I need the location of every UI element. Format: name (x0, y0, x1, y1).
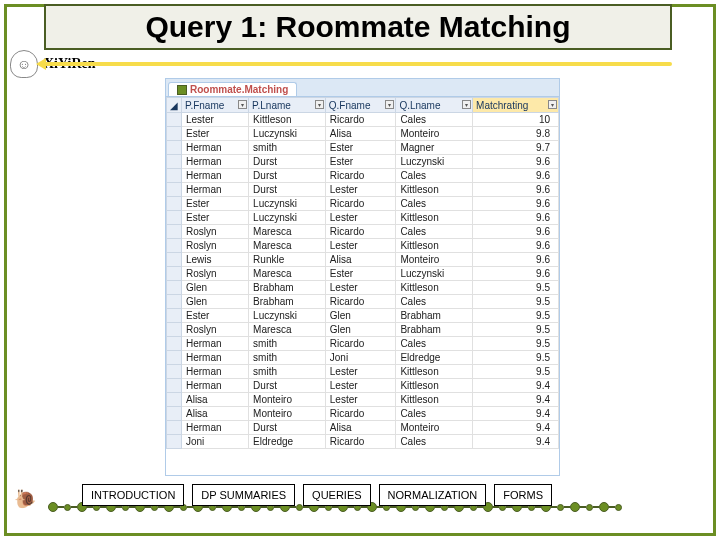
table-row[interactable]: RoslynMarescaRicardoCales9.6 (167, 225, 559, 239)
table-row[interactable]: GlenBrabhamRicardoCales9.5 (167, 295, 559, 309)
cell: Ricardo (325, 295, 396, 309)
row-header[interactable] (167, 435, 182, 449)
table-row[interactable]: HermansmithRicardoCales9.5 (167, 337, 559, 351)
table-row[interactable]: HermanDurstRicardoCales9.6 (167, 169, 559, 183)
table-row[interactable]: LewisRunkleAlisaMonteiro9.6 (167, 253, 559, 267)
row-header[interactable] (167, 379, 182, 393)
row-header[interactable] (167, 407, 182, 421)
table-row[interactable]: RoslynMarescaLesterKittleson9.6 (167, 239, 559, 253)
cell: 9.4 (473, 393, 559, 407)
select-all-cell[interactable]: ◢ (167, 98, 182, 113)
cell: 9.5 (473, 281, 559, 295)
table-row[interactable]: RoslynMarescaEsterLuczynski9.6 (167, 267, 559, 281)
table-row[interactable]: HermansmithLesterKittleson9.5 (167, 365, 559, 379)
col-qlname[interactable]: Q.Lname▾ (396, 98, 473, 113)
dropdown-icon[interactable]: ▾ (462, 100, 471, 109)
col-plname[interactable]: P.Lname▾ (249, 98, 326, 113)
table-row[interactable]: HermansmithJoniEldredge9.5 (167, 351, 559, 365)
nav-forms[interactable]: FORMS (494, 484, 552, 506)
table-row[interactable]: LesterKittlesonRicardoCales10 (167, 113, 559, 127)
table-row[interactable]: EsterLuczynskiGlenBrabham9.5 (167, 309, 559, 323)
row-header[interactable] (167, 169, 182, 183)
cell: Monteiro (396, 421, 473, 435)
table-row[interactable]: EsterLuczynskiRicardoCales9.6 (167, 197, 559, 211)
row-header[interactable] (167, 337, 182, 351)
row-header[interactable] (167, 351, 182, 365)
row-header[interactable] (167, 183, 182, 197)
col-pfname[interactable]: P.Fname▾ (182, 98, 249, 113)
row-header[interactable] (167, 365, 182, 379)
table-row[interactable]: EsterLuczynskiAlisaMonteiro9.8 (167, 127, 559, 141)
dropdown-icon[interactable]: ▾ (315, 100, 324, 109)
table-row[interactable]: EsterLuczynskiLesterKittleson9.6 (167, 211, 559, 225)
nav-introduction[interactable]: INTRODUCTION (82, 484, 184, 506)
row-header[interactable] (167, 253, 182, 267)
cell: Brabham (396, 323, 473, 337)
tab-roommate-matching[interactable]: Roommate.Matching (168, 82, 297, 96)
cell: Ricardo (325, 225, 396, 239)
dropdown-icon[interactable]: ▾ (548, 100, 557, 109)
row-header[interactable] (167, 421, 182, 435)
row-header[interactable] (167, 127, 182, 141)
table-row[interactable]: HermanDurstEsterLuczynski9.6 (167, 155, 559, 169)
dropdown-icon[interactable]: ▾ (385, 100, 394, 109)
row-header[interactable] (167, 267, 182, 281)
row-header[interactable] (167, 393, 182, 407)
table-row[interactable]: HermansmithEsterMagner9.7 (167, 141, 559, 155)
table-row[interactable]: AlisaMonteiroRicardoCales9.4 (167, 407, 559, 421)
cell: Kittleson (396, 379, 473, 393)
table-row[interactable]: HermanDurstLesterKittleson9.6 (167, 183, 559, 197)
row-header[interactable] (167, 239, 182, 253)
logo-icon: ☺ (10, 50, 38, 78)
row-header[interactable] (167, 141, 182, 155)
cell: Ester (182, 197, 249, 211)
cell: 9.8 (473, 127, 559, 141)
table-row[interactable]: GlenBrabhamLesterKittleson9.5 (167, 281, 559, 295)
cell: Ester (182, 127, 249, 141)
cell: Kittleson (396, 281, 473, 295)
row-header[interactable] (167, 113, 182, 127)
table-row[interactable]: HermanDurstAlisaMonteiro9.4 (167, 421, 559, 435)
cell: Ester (325, 155, 396, 169)
cell: Durst (249, 155, 326, 169)
table-row[interactable]: RoslynMarescaGlenBrabham9.5 (167, 323, 559, 337)
cell: Lester (325, 183, 396, 197)
row-header[interactable] (167, 295, 182, 309)
cell: 9.6 (473, 211, 559, 225)
nav-dp-summaries[interactable]: DP SUMMARIES (192, 484, 295, 506)
cell: 9.4 (473, 407, 559, 421)
cell: Monteiro (249, 393, 326, 407)
row-header[interactable] (167, 323, 182, 337)
snail-icon: 🐌 (14, 488, 44, 512)
cell: Cales (396, 407, 473, 421)
cell: 9.6 (473, 169, 559, 183)
row-header[interactable] (167, 225, 182, 239)
table-row[interactable]: AlisaMonteiroLesterKittleson9.4 (167, 393, 559, 407)
cell: Kittleson (249, 113, 326, 127)
cell: Herman (182, 183, 249, 197)
table-row[interactable]: JoniEldredgeRicardoCales9.4 (167, 435, 559, 449)
table-row[interactable]: HermanDurstLesterKittleson9.4 (167, 379, 559, 393)
row-header[interactable] (167, 281, 182, 295)
cell: Eldredge (396, 351, 473, 365)
arrow-line (42, 62, 672, 66)
row-header[interactable] (167, 155, 182, 169)
col-qfname[interactable]: Q.Fname▾ (325, 98, 396, 113)
cell: smith (249, 351, 326, 365)
nav-normalization[interactable]: NORMALIZATION (379, 484, 487, 506)
cell: 9.5 (473, 337, 559, 351)
nav-queries[interactable]: QUERIES (303, 484, 371, 506)
col-matchrating[interactable]: Matchrating▾ (473, 98, 559, 113)
cell: Herman (182, 421, 249, 435)
cell: 9.4 (473, 421, 559, 435)
row-header[interactable] (167, 309, 182, 323)
cell: Ricardo (325, 337, 396, 351)
row-header[interactable] (167, 211, 182, 225)
cell: Lester (325, 379, 396, 393)
dropdown-icon[interactable]: ▾ (238, 100, 247, 109)
query-icon (177, 85, 187, 95)
cell: Lester (325, 393, 396, 407)
cell: 9.7 (473, 141, 559, 155)
row-header[interactable] (167, 197, 182, 211)
cell: Herman (182, 365, 249, 379)
